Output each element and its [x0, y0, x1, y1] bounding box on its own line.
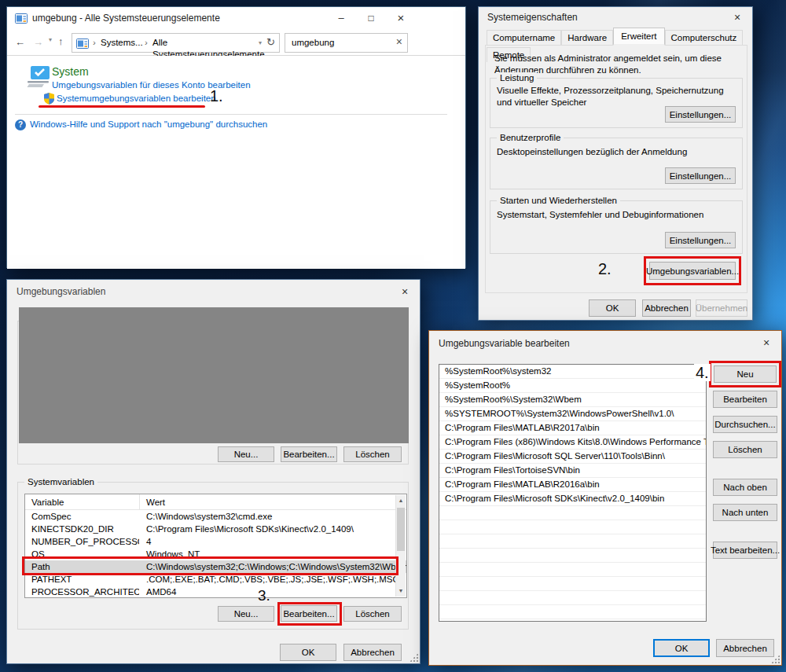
cell-wert: C:\Program Files\Microsoft SDKs\Kinect\v… — [139, 523, 406, 535]
explorer-window-title: umgebung - Alle Systemsteuerungselemente — [32, 13, 220, 24]
system-properties-dialog: Systemeigenschaften × ComputernameHardwa… — [478, 6, 753, 321]
windows-help-link[interactable]: Windows-Hilfe und Support nach "umgebung… — [30, 119, 267, 129]
table-row[interactable]: PROCESSOR_ARCHITECTURE AMD64 — [25, 586, 406, 598]
maximize-icon[interactable]: □ — [361, 9, 381, 27]
path-list-item-empty — [439, 534, 706, 549]
startup-recovery-legend: Starten und Wiederherstellen — [497, 195, 620, 207]
column-header-variable[interactable]: Variable — [25, 494, 139, 509]
move-up-button[interactable]: Nach oben — [713, 479, 777, 496]
column-header-wert[interactable]: Wert — [139, 494, 406, 509]
help-icon: ? — [15, 119, 26, 130]
table-scrollbar[interactable]: ▲ ▼ — [395, 495, 406, 597]
address-dropdown-icon[interactable]: ▾ — [259, 39, 262, 46]
system-variables-table[interactable]: Variable Wert ComSpec C:\Windows\system3… — [24, 494, 407, 598]
close-icon[interactable]: × — [391, 9, 411, 27]
path-list-item[interactable]: %SystemRoot%\System32\Wbem — [439, 393, 706, 407]
table-row[interactable]: NUMBER_OF_PROCESSORS 4 — [25, 535, 406, 548]
path-list-item-empty — [439, 520, 706, 534]
edit-button[interactable]: Bearbeiten — [713, 391, 777, 408]
redacted-user-variables — [19, 307, 409, 443]
path-list-item[interactable]: %SystemRoot% — [439, 379, 706, 393]
close-icon[interactable]: × — [722, 7, 752, 28]
explorer-window: umgebung - Alle Systemsteuerungselemente… — [6, 6, 466, 268]
performance-settings-button[interactable]: Einstellungen... — [665, 106, 736, 123]
resize-grip[interactable] — [410, 653, 418, 662]
system-new-button[interactable]: Neu... — [218, 606, 274, 622]
ok-button[interactable]: OK — [280, 644, 336, 661]
breadcrumb-root[interactable]: Systems... — [101, 37, 143, 49]
cancel-button[interactable]: Abbrechen — [642, 299, 691, 317]
edit-environment-variable-dialog: Umgebungsvariable bearbeiten × %SystemRo… — [428, 330, 782, 666]
path-list-item[interactable]: %SYSTEMROOT%\System32\WindowsPowerShell\… — [439, 407, 706, 421]
path-list-item[interactable]: C:\Program Files\TortoiseSVN\bin — [439, 464, 706, 478]
user-edit-button[interactable]: Bearbeiten... — [281, 446, 337, 462]
scroll-up-icon[interactable]: ▲ — [396, 495, 406, 506]
address-bar[interactable]: › Systems... › Alle Systemsteuerungselem… — [72, 33, 280, 53]
system-properties-title: Systemeigenschaften — [487, 12, 578, 23]
user-delete-button[interactable]: Löschen — [343, 446, 402, 462]
system-delete-button[interactable]: Löschen — [343, 606, 402, 622]
annotation-step-2: 2. — [598, 260, 612, 278]
performance-group: Leistung Visuelle Effekte, Prozessorzeit… — [490, 78, 743, 128]
path-list-item-empty — [439, 549, 706, 563]
user-profiles-description: Desktopeinstellungen bezüglich der Anmel… — [497, 146, 733, 158]
path-list-item[interactable]: %SystemRoot%\system32 — [439, 365, 706, 379]
clear-search-icon[interactable]: × — [396, 35, 402, 48]
annotation-step-4: 4. — [694, 364, 711, 381]
tab-erweitert[interactable]: Erweitert — [613, 28, 664, 46]
refresh-icon[interactable]: ↻ — [266, 36, 275, 48]
path-list-item[interactable]: C:\Program Files\MATLAB\R2017a\bin — [439, 421, 706, 435]
scroll-down-icon[interactable]: ▼ — [396, 586, 406, 597]
up-icon[interactable]: ↑ — [58, 35, 64, 47]
cancel-button[interactable]: Abbrechen — [343, 644, 402, 661]
path-list-item-empty — [439, 591, 706, 605]
path-list[interactable]: %SystemRoot%\system32 %SystemRoot% %Syst… — [439, 364, 707, 622]
path-list-item[interactable]: C:\Program Files\Microsoft SDKs\Kinect\v… — [439, 492, 706, 506]
recent-dropdown-icon[interactable]: ▾ — [49, 36, 52, 43]
path-list-item[interactable]: C:\Program Files\Microsoft SQL Server\11… — [439, 450, 706, 464]
scrollbar-thumb[interactable] — [397, 508, 405, 551]
user-new-button[interactable]: Neu... — [218, 446, 274, 462]
close-icon[interactable]: × — [751, 331, 781, 354]
control-panel-icon — [76, 38, 89, 52]
ok-button[interactable]: OK — [653, 639, 710, 657]
explorer-navbar: ← → ▾ ↑ › Systems... › Alle Systemsteuer… — [7, 31, 465, 56]
annotation-box-path-row — [22, 556, 399, 575]
browse-button[interactable]: Durchsuchen... — [713, 416, 777, 433]
table-row[interactable]: ComSpec C:\Windows\system32\cmd.exe — [25, 510, 406, 523]
performance-legend: Leistung — [497, 72, 537, 84]
cell-variable: ComSpec — [25, 510, 139, 523]
control-panel-icon — [15, 13, 28, 27]
close-icon[interactable]: × — [390, 280, 420, 303]
breadcrumb-separator: › — [145, 37, 148, 49]
table-row[interactable]: KINECTSDK20_DIR C:\Program Files\Microso… — [25, 523, 406, 535]
minimize-icon[interactable]: – — [331, 9, 351, 27]
startup-recovery-group: Starten und Wiederherstellen Systemstart… — [490, 200, 743, 254]
explorer-content: System Umgebungsvariablen für dieses Kon… — [7, 56, 465, 269]
cell-variable: PROCESSOR_ARCHITECTURE — [25, 586, 139, 598]
search-input[interactable]: umgebung × — [285, 33, 408, 53]
path-list-item[interactable]: C:\Program Files\MATLAB\R2016a\bin — [439, 478, 706, 492]
cell-variable: NUMBER_OF_PROCESSORS — [25, 535, 139, 548]
annotation-step-3: 3. — [258, 587, 270, 604]
delete-button[interactable]: Löschen — [713, 441, 777, 458]
edit-text-button[interactable]: Text bearbeiten... — [713, 542, 777, 559]
tab-computername[interactable]: Computername — [487, 30, 561, 45]
startup-recovery-settings-button[interactable]: Einstellungen... — [665, 232, 736, 248]
tab-hardware[interactable]: Hardware — [561, 30, 613, 45]
edit-system-env-vars-link[interactable]: Systemumgebungsvariablen bearbeiten — [57, 94, 216, 103]
path-list-item[interactable]: C:\Program Files (x86)\Windows Kits\8.0\… — [439, 435, 706, 450]
apply-button[interactable]: Übernehmen — [696, 299, 747, 317]
tab-computerschutz[interactable]: Computerschutz — [665, 30, 744, 45]
system-section-title[interactable]: System — [52, 65, 89, 78]
user-profiles-settings-button[interactable]: Einstellungen... — [665, 167, 736, 184]
system-variables-legend: Systemvariablen — [24, 476, 97, 488]
back-icon[interactable]: ← — [15, 36, 25, 48]
move-down-button[interactable]: Nach unten — [713, 504, 777, 521]
cancel-button[interactable]: Abbrechen — [716, 639, 774, 657]
windows-desktop: { "colors": { "annotation_red": "#e01111… — [0, 0, 786, 672]
table-header[interactable]: Variable Wert — [25, 494, 406, 510]
forward-icon[interactable]: → — [33, 36, 43, 48]
ok-button[interactable]: OK — [589, 299, 636, 317]
annotation-box-2 — [644, 256, 741, 285]
